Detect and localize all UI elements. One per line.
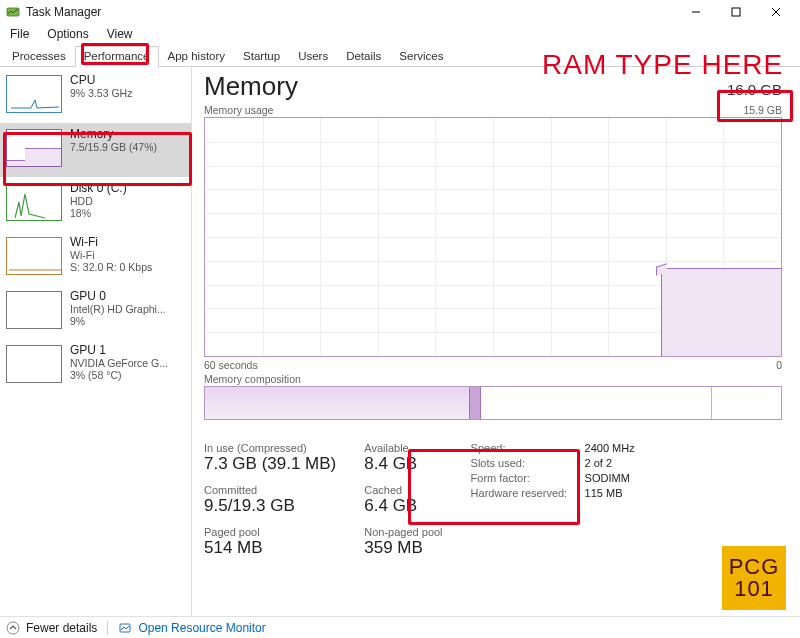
- paged-value: 514 MB: [204, 538, 336, 558]
- disk-thumb-icon: [6, 183, 62, 221]
- nonpaged-value: 359 MB: [364, 538, 442, 558]
- separator: [107, 621, 108, 635]
- sidebar-item-gpu0[interactable]: GPU 0 Intel(R) HD Graphi... 9%: [0, 285, 191, 339]
- tab-users[interactable]: Users: [289, 46, 337, 67]
- watermark-logo: PCG 101: [722, 546, 786, 610]
- menu-bar: File Options View: [0, 24, 800, 45]
- usage-chart-max: 15.9 GB: [743, 104, 782, 116]
- sidebar-item-subtext: Wi-Fi: [70, 249, 152, 261]
- tab-app-history[interactable]: App history: [159, 46, 235, 67]
- title-bar: Task Manager: [0, 0, 800, 24]
- slots-value: 2 of 2: [585, 457, 613, 469]
- sidebar-item-label: Wi-Fi: [70, 235, 152, 249]
- memory-thumb-icon: [6, 129, 62, 167]
- inuse-value: 7.3 GB (39.1 MB): [204, 454, 336, 474]
- menu-file[interactable]: File: [8, 26, 31, 42]
- sidebar-item-subtext: NVIDIA GeForce G...: [70, 357, 168, 369]
- menu-view[interactable]: View: [105, 26, 135, 42]
- speed-label: Speed:: [471, 442, 581, 454]
- sidebar-item-subtext: Intel(R) HD Graphi...: [70, 303, 166, 315]
- sidebar-item-subtext2: 3% (58 °C): [70, 369, 168, 381]
- memory-composition-chart: [204, 386, 782, 420]
- cached-value: 6.4 GB: [364, 496, 442, 516]
- tab-strip: Processes Performance App history Startu…: [0, 45, 800, 67]
- status-bar: Fewer details Open Resource Monitor: [0, 616, 800, 638]
- sidebar-item-label: GPU 0: [70, 289, 166, 303]
- sidebar-item-subtext2: 9%: [70, 315, 166, 327]
- formfactor-value: SODIMM: [585, 472, 630, 484]
- tab-details[interactable]: Details: [337, 46, 390, 67]
- tab-processes[interactable]: Processes: [3, 46, 75, 67]
- open-resource-monitor-link[interactable]: Open Resource Monitor: [138, 621, 265, 635]
- resource-monitor-icon: [118, 621, 132, 635]
- memory-stats: In use (Compressed) 7.3 GB (39.1 MB) Com…: [204, 442, 800, 568]
- sidebar-item-subtext: 9% 3.53 GHz: [70, 87, 132, 99]
- nonpaged-label: Non-paged pool: [364, 526, 442, 538]
- page-title: Memory: [204, 71, 298, 102]
- speed-value: 2400 MHz: [585, 442, 635, 454]
- sidebar-item-subtext2: S: 32.0 R: 0 Kbps: [70, 261, 152, 273]
- inuse-label: In use (Compressed): [204, 442, 336, 454]
- available-label: Available: [364, 442, 442, 454]
- cached-label: Cached: [364, 484, 442, 496]
- formfactor-label: Form factor:: [471, 472, 581, 484]
- sidebar-item-gpu1[interactable]: GPU 1 NVIDIA GeForce G... 3% (58 °C): [0, 339, 191, 393]
- gpu-thumb-icon: [6, 345, 62, 383]
- composition-chart-label: Memory composition: [204, 373, 301, 385]
- x-axis-right: 0: [776, 359, 782, 371]
- available-value: 8.4 GB: [364, 454, 442, 474]
- tab-performance[interactable]: Performance: [75, 46, 159, 67]
- tab-startup[interactable]: Startup: [234, 46, 289, 67]
- maximize-button[interactable]: [716, 0, 756, 24]
- committed-value: 9.5/19.3 GB: [204, 496, 336, 516]
- sidebar-item-label: Memory: [70, 127, 157, 141]
- menu-options[interactable]: Options: [45, 26, 90, 42]
- sidebar-item-disk[interactable]: Disk 0 (C:) HDD 18%: [0, 177, 191, 231]
- svg-point-3: [7, 622, 19, 634]
- watermark-line1: PCG: [729, 556, 780, 578]
- cpu-thumb-icon: [6, 75, 62, 113]
- wifi-thumb-icon: [6, 237, 62, 275]
- tab-services[interactable]: Services: [390, 46, 452, 67]
- window-title: Task Manager: [26, 5, 101, 19]
- sidebar-item-subtext: HDD: [70, 195, 127, 207]
- watermark-line2: 101: [734, 578, 774, 600]
- slots-label: Slots used:: [471, 457, 581, 469]
- paged-label: Paged pool: [204, 526, 336, 538]
- fewer-details-button[interactable]: Fewer details: [26, 621, 97, 635]
- memory-usage-chart: [204, 117, 782, 357]
- sidebar-item-label: Disk 0 (C:): [70, 181, 127, 195]
- total-memory: 16.0 GB: [727, 81, 782, 98]
- hwreserved-value: 115 MB: [585, 487, 623, 499]
- sidebar-item-label: CPU: [70, 73, 132, 87]
- detail-pane: Memory 16.0 GB Memory usage 15.9 GB 60 s…: [192, 67, 800, 617]
- close-button[interactable]: [756, 0, 796, 24]
- minimize-button[interactable]: [676, 0, 716, 24]
- usage-chart-label: Memory usage: [204, 104, 273, 116]
- sidebar-item-wifi[interactable]: Wi-Fi Wi-Fi S: 32.0 R: 0 Kbps: [0, 231, 191, 285]
- sidebar-item-memory[interactable]: Memory 7.5/15.9 GB (47%): [0, 123, 191, 177]
- sidebar-item-subtext: 7.5/15.9 GB (47%): [70, 141, 157, 153]
- chevron-up-icon[interactable]: [6, 621, 20, 635]
- committed-label: Committed: [204, 484, 336, 496]
- hwreserved-label: Hardware reserved:: [471, 487, 581, 499]
- app-icon: [6, 5, 20, 19]
- performance-sidebar: CPU 9% 3.53 GHz Memory 7.5/15.9 GB (47%)…: [0, 67, 192, 617]
- svg-rect-2: [732, 8, 740, 16]
- sidebar-item-subtext2: 18%: [70, 207, 127, 219]
- x-axis-left: 60 seconds: [204, 359, 258, 371]
- gpu-thumb-icon: [6, 291, 62, 329]
- sidebar-item-cpu[interactable]: CPU 9% 3.53 GHz: [0, 69, 191, 123]
- sidebar-item-label: GPU 1: [70, 343, 168, 357]
